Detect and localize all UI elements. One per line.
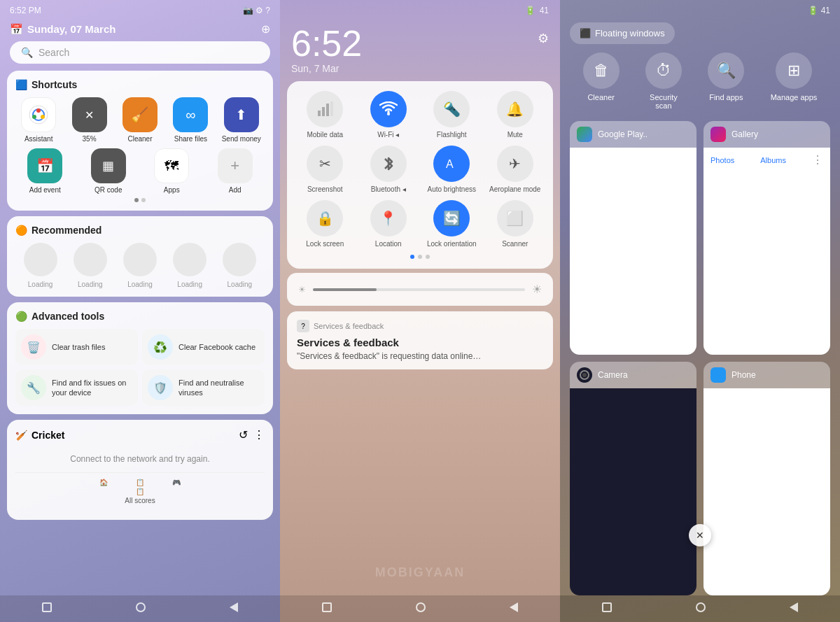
cricket-tab-scores[interactable]: 📋 📋 All scores <box>125 479 155 504</box>
nav-circle-left[interactable] <box>136 602 146 615</box>
tool-fix[interactable]: 🔧 Find and fix issues on your device <box>15 369 138 406</box>
qs-wifi[interactable]: Wi-Fi ◂ <box>360 91 417 139</box>
status-icons-left: 📷 ⚙ ? <box>243 6 270 15</box>
battery-right: 🔋 41 <box>808 6 830 15</box>
brightness-bar: ☀ ☀ <box>287 273 553 306</box>
tool-trash[interactable]: 🗑️ Clear trash files <box>15 329 138 365</box>
qs-dots <box>297 255 543 259</box>
gallery-albums-tab[interactable]: Albums <box>760 156 786 164</box>
nav-bar-left <box>0 595 280 622</box>
svg-point-2 <box>36 108 41 113</box>
app-window-phone[interactable]: Phone <box>704 362 830 595</box>
quick-settings-card: Mobile data Wi-Fi ◂ 🔦 Flashl <box>287 81 553 269</box>
shortcut-35[interactable]: ✕ 35% <box>69 97 111 143</box>
app-window-gallery[interactable]: Gallery Photos Albums ⋮ <box>704 121 830 355</box>
nav-back-right[interactable] <box>790 602 798 615</box>
shortcut-add[interactable]: + Add <box>214 148 256 194</box>
shortcuts-grid: Assistant ✕ 35% 🧹 Cleaner ∞ Share files … <box>15 97 265 143</box>
cricket-more-icon[interactable]: ⋮ <box>253 428 265 441</box>
fw-manage-apps[interactable]: ⊞ Manage apps <box>771 52 818 110</box>
rec-item-3[interactable]: Loading <box>123 243 157 288</box>
floating-windows-header[interactable]: ⬛ Floating windows <box>570 22 675 44</box>
settings-icon-left[interactable]: ⊕ <box>261 22 270 36</box>
rec-item-4[interactable]: Loading <box>173 243 206 288</box>
clock-time: 6:52 <box>291 25 362 62</box>
right-panel: 🔋 41 ⬛ Floating windows 🗑 Cleaner ⏱ Secu… <box>560 0 840 622</box>
rec-circle-3 <box>123 243 157 276</box>
qs-lock-orientation[interactable]: 🔄 Lock orientation <box>424 200 480 248</box>
app-window-google-play[interactable]: Google Play.. <box>570 121 696 355</box>
nav-square-right[interactable] <box>602 602 612 615</box>
rec-label-1: Loading <box>28 281 53 288</box>
shortcut-cleaner[interactable]: 🧹 Cleaner <box>119 97 161 143</box>
qs-auto-brightness[interactable]: A Auto brightness <box>424 146 480 193</box>
app-window-body-phone <box>704 388 830 595</box>
fw-security-scan[interactable]: ⏱ Securityscan <box>645 52 682 110</box>
qs-screenshot[interactable]: ✂ Screenshot <box>297 146 354 193</box>
nav-back-left[interactable] <box>230 602 238 615</box>
cricket-tab-home[interactable]: 🏠 <box>99 479 108 504</box>
fw-manage-apps-icon: ⊞ <box>776 52 812 89</box>
shortcut-sendmoney[interactable]: ⬆ Send money <box>220 97 262 143</box>
shortcut-qr[interactable]: ▦ QR code <box>88 148 130 194</box>
qs-grid-row3: 🔒 Lock screen 📍 Location 🔄 Lock orientat… <box>297 200 543 248</box>
app-window-camera[interactable]: Camera <box>570 362 696 595</box>
search-placeholder: Search <box>38 47 69 58</box>
qs-scanner[interactable]: ⬜ Scanner <box>487 200 544 248</box>
svg-point-4 <box>32 115 36 119</box>
tool-fb-cache[interactable]: ♻️ Clear Facebook cache <box>142 329 265 365</box>
shortcut-apps-label: Apps <box>164 186 180 194</box>
rec-item-1[interactable]: Loading <box>24 243 57 288</box>
tool-trash-icon: 🗑️ <box>21 334 46 360</box>
qs-lockscreen[interactable]: 🔒 Lock screen <box>297 200 354 248</box>
qs-location[interactable]: 📍 Location <box>360 200 417 248</box>
app-window-body-camera <box>570 388 696 595</box>
gallery-photos-tab[interactable]: Photos <box>710 156 734 164</box>
fw-find-apps[interactable]: 🔍 Find apps <box>708 52 744 110</box>
cricket-body: Connect to the network and try again. 🏠 … <box>15 447 265 511</box>
shortcut-assistant[interactable]: Assistant <box>18 97 59 143</box>
battery-level-mid: 41 <box>540 6 549 15</box>
shortcut-addevent[interactable]: 📅 Add event <box>24 148 66 194</box>
qs-screenshot-label: Screenshot <box>307 185 343 193</box>
notification-card[interactable]: ? Services & feedback Services & feedbac… <box>287 311 553 369</box>
qs-mute-icon: 🔔 <box>497 91 533 127</box>
fw-cleaner[interactable]: 🗑 Cleaner <box>583 52 620 110</box>
rec-item-5[interactable]: Loading <box>223 243 256 288</box>
qs-mobile-data[interactable]: Mobile data <box>297 91 354 139</box>
tool-fb-label: Clear Facebook cache <box>178 342 255 352</box>
cricket-tabs: 🏠 📋 📋 All scores 🎮 <box>15 472 265 504</box>
rec-item-2[interactable]: Loading <box>74 243 107 288</box>
qs-bluetooth-label: Bluetooth ◂ <box>371 185 406 193</box>
nav-circle-mid[interactable] <box>416 602 426 615</box>
tool-virus[interactable]: 🛡️ Find and neutralise viruses <box>142 369 265 406</box>
qs-aeroplane-label: Aeroplane mode <box>489 185 540 193</box>
close-button[interactable]: ✕ <box>689 524 711 546</box>
qs-scanner-icon: ⬜ <box>497 200 533 236</box>
nav-square-mid[interactable] <box>322 602 332 615</box>
tools-grid: 🗑️ Clear trash files ♻️ Clear Facebook c… <box>15 329 265 406</box>
settings-icon-mid[interactable]: ⚙ <box>538 31 549 46</box>
nav-back-mid[interactable] <box>510 602 518 615</box>
qs-grid-row1: Mobile data Wi-Fi ◂ 🔦 Flashl <box>297 91 543 139</box>
gallery-more-icon[interactable]: ⋮ <box>812 153 823 167</box>
brightness-slider[interactable] <box>313 288 525 291</box>
shortcut-share[interactable]: ∞ Share files <box>169 97 211 143</box>
qs-mute[interactable]: 🔔 Mute <box>487 91 544 139</box>
cricket-refresh-icon[interactable]: ↺ <box>239 428 248 441</box>
shortcut-apps[interactable]: 🗺 Apps <box>150 148 192 194</box>
qs-aeroplane[interactable]: ✈ Aeroplane mode <box>487 146 544 193</box>
qs-dot-2 <box>418 255 422 259</box>
svg-point-9 <box>387 113 390 115</box>
nav-circle-right[interactable] <box>696 602 706 615</box>
cricket-tab-game[interactable]: 🎮 <box>172 479 181 504</box>
app-window-header-gallery: Gallery <box>704 121 830 148</box>
qs-flashlight[interactable]: 🔦 Flashlight <box>424 91 480 139</box>
nav-square-left[interactable] <box>42 602 52 615</box>
watermark: MOBIGYAAN <box>375 565 465 580</box>
qs-lockscreen-label: Lock screen <box>306 240 344 248</box>
rec-label-5: Loading <box>227 281 253 288</box>
qs-mobile-data-label: Mobile data <box>307 131 343 139</box>
search-bar[interactable]: 🔍 Search <box>10 41 270 64</box>
qs-bluetooth[interactable]: Bluetooth ◂ <box>360 146 417 193</box>
